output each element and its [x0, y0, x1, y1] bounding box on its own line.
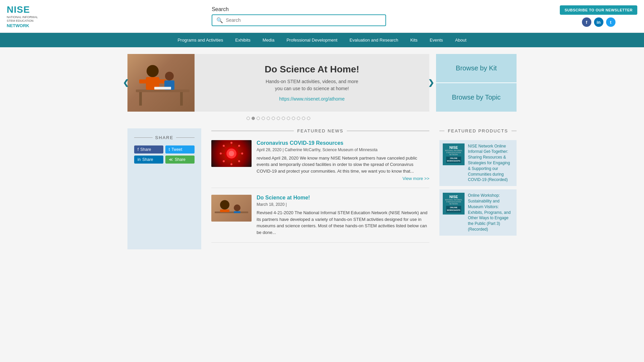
- search-box: 🔍: [212, 14, 386, 26]
- hero-text: Do Science At Home! Hands-on STEM activi…: [195, 54, 429, 112]
- svg-point-23: [220, 153, 222, 155]
- share-linkedin-button[interactable]: in Share: [134, 156, 163, 164]
- dot-6[interactable]: [277, 117, 280, 120]
- nav-evaluation-research[interactable]: Evaluation and Research: [343, 33, 404, 47]
- hero-slider-container: ❮: [127, 54, 429, 112]
- share-facebook-button[interactable]: f Share: [134, 145, 163, 154]
- share-twitter-button[interactable]: t Tweet: [165, 145, 195, 154]
- share-general-icon: ≪: [169, 157, 173, 162]
- news-separator-science: |: [286, 202, 287, 207]
- svg-point-25: [223, 145, 225, 147]
- product-item-2: NISE NATIONAL INFORMALSTEM EDUCATIONNETW…: [439, 189, 517, 236]
- dot-8[interactable]: [287, 117, 290, 120]
- share-general-button[interactable]: ≪ Share: [165, 156, 195, 164]
- product-nise-sub-2: NATIONAL INFORMALSTEM EDUCATIONNETWORK: [445, 199, 463, 205]
- browse-panels: Browse by Kit Browse by Topic: [436, 54, 517, 112]
- logo-area[interactable]: NISE NATIONAL INFORMAL STEM EDUCATION NE…: [7, 4, 38, 28]
- svg-rect-5: [139, 79, 147, 83]
- product-item-1: NISE NATIONAL INFORMALSTEM EDUCATIONNETW…: [439, 140, 517, 186]
- slider-arrow-right[interactable]: ❯: [426, 78, 436, 88]
- news-content-science: Do Science at Home! March 18, 2020 | Rev…: [257, 195, 429, 236]
- news-excerpt-science: Revised 4-21-2020 The National Informal …: [257, 209, 429, 236]
- featured-products-title: FEATURED PRODUCTS: [448, 128, 508, 133]
- dot-2[interactable]: [257, 117, 260, 120]
- news-line-right: [347, 131, 429, 131]
- slider-arrow-left[interactable]: ❮: [121, 78, 131, 88]
- hero-link[interactable]: https://www.nisenet.org/athome: [279, 96, 344, 102]
- main-content: ❮: [121, 47, 523, 256]
- svg-point-22: [230, 163, 232, 165]
- svg-point-30: [220, 200, 229, 209]
- svg-point-26: [238, 160, 240, 162]
- dot-1[interactable]: [252, 117, 255, 120]
- hero-illustration: [129, 56, 193, 110]
- logo-sub2: STEM EDUCATION: [7, 19, 38, 23]
- svg-rect-29: [215, 212, 248, 213]
- facebook-share-icon: f: [138, 147, 139, 152]
- header: NISE NATIONAL INFORMAL STEM EDUCATION NE…: [0, 0, 644, 33]
- facebook-icon[interactable]: f: [582, 17, 591, 27]
- covid-svg: [218, 140, 245, 167]
- product-workshop-label-1: ONLINEWORKSHOPS: [446, 157, 461, 163]
- nav-media[interactable]: Media: [257, 33, 280, 47]
- nav-exhibits[interactable]: Exhibits: [229, 33, 257, 47]
- dot-4[interactable]: [267, 117, 270, 120]
- dot-11[interactable]: [302, 117, 305, 120]
- dot-9[interactable]: [292, 117, 295, 120]
- dot-7[interactable]: [282, 117, 285, 120]
- linkedin-share-icon: in: [138, 157, 141, 162]
- nav-programs[interactable]: Programs and Activities: [171, 33, 229, 47]
- svg-point-28: [223, 160, 225, 162]
- search-input[interactable]: [226, 17, 381, 23]
- dot-12[interactable]: [307, 117, 310, 120]
- svg-point-24: [241, 153, 243, 155]
- product-description-1[interactable]: NISE Network Online Informal Get-Togethe…: [468, 143, 513, 183]
- news-author-covid: Catherine McCarthy, Science Museum of Mi…: [285, 147, 378, 152]
- svg-point-12: [229, 151, 234, 156]
- news-title-science[interactable]: Do Science at Home!: [257, 195, 429, 201]
- product-description-2[interactable]: Online Workshop: Sustainability and Muse…: [468, 193, 513, 232]
- twitter-icon[interactable]: t: [606, 17, 615, 27]
- news-excerpt-covid: revised April 28, 2020 We know many NISE…: [257, 155, 429, 175]
- share-title: SHARE: [155, 135, 174, 140]
- news-date-covid: April 28, 2020: [257, 147, 281, 152]
- subscribe-button[interactable]: SUBSCRIBE TO OUR NEWSLETTER: [560, 5, 637, 15]
- product-nise-1: NISE: [449, 145, 458, 149]
- svg-rect-33: [234, 211, 240, 213]
- twitter-share-label: Tweet: [171, 147, 182, 152]
- hero-slider: Do Science At Home! Hands-on STEM activi…: [127, 54, 429, 112]
- dot-0[interactable]: [247, 117, 250, 120]
- dot-10[interactable]: [297, 117, 300, 120]
- dot-3[interactable]: [262, 117, 265, 120]
- share-general-label: Share: [175, 157, 185, 162]
- social-icons: f in t: [582, 17, 615, 27]
- product-thumb-2: NISE NATIONAL INFORMALSTEM EDUCATIONNETW…: [443, 193, 465, 215]
- facebook-share-label: Share: [140, 147, 151, 152]
- share-line-left: [134, 137, 153, 138]
- news-title-covid[interactable]: Coronavirus COVID-19 Resources: [257, 140, 429, 146]
- hero-title: Do Science At Home!: [265, 64, 359, 75]
- view-more-covid[interactable]: View more >>: [257, 176, 429, 181]
- svg-point-7: [165, 72, 174, 80]
- logo-text: NISE NATIONAL INFORMAL STEM EDUCATION NE…: [7, 4, 38, 28]
- featured-products-header: FEATURED PRODUCTS: [439, 128, 517, 133]
- nav-kits[interactable]: Kits: [404, 33, 424, 47]
- featured-news: FEATURED NEWS: [208, 128, 433, 250]
- dot-5[interactable]: [272, 117, 275, 120]
- svg-rect-1: [139, 92, 142, 106]
- browse-by-topic-panel[interactable]: Browse by Topic: [436, 83, 517, 112]
- browse-kit-label: Browse by Kit: [456, 64, 497, 72]
- nav-events[interactable]: Events: [424, 33, 449, 47]
- nav-about[interactable]: About: [449, 33, 473, 47]
- product-thumb-inner-2: NISE NATIONAL INFORMALSTEM EDUCATIONNETW…: [443, 193, 465, 214]
- svg-point-3: [147, 65, 159, 77]
- share-buttons: f Share t Tweet in Share ≪ Share: [134, 145, 195, 164]
- svg-point-27: [238, 145, 240, 147]
- news-thumb-science: [211, 195, 252, 222]
- products-line-right: [512, 131, 517, 131]
- linkedin-icon[interactable]: in: [594, 17, 603, 27]
- browse-by-kit-panel[interactable]: Browse by Kit: [436, 54, 517, 83]
- featured-news-header: FEATURED NEWS: [211, 128, 429, 133]
- nav-professional-development[interactable]: Professional Development: [280, 33, 343, 47]
- svg-rect-2: [180, 92, 183, 106]
